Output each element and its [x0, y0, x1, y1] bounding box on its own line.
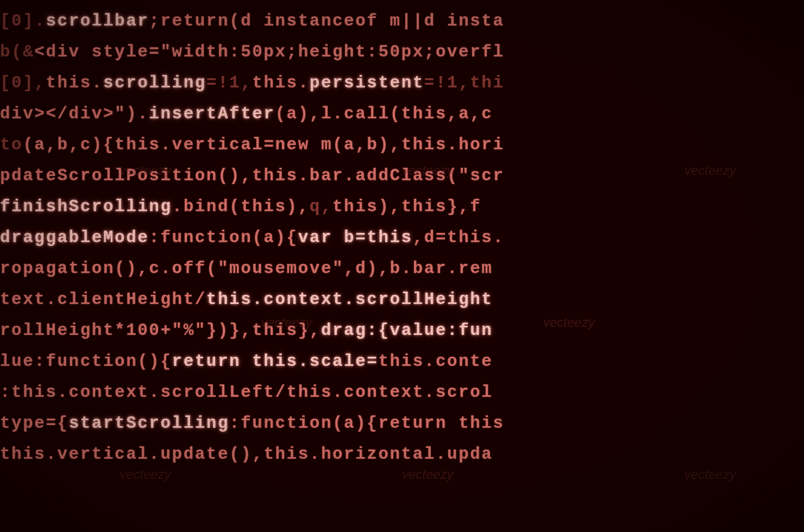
code-line: [0],this.scrolling=!1,this.persistent=!1…	[0, 67, 804, 98]
code-line: pdateScrollPosition(),this.bar.addClass(…	[0, 160, 804, 191]
code-line: :this.context.scrollLeft/this.context.sc…	[0, 377, 804, 408]
code-line: rollHeight*100+"%"})},this},drag:{value:…	[0, 315, 804, 346]
code-segment: text.clientHeight/	[0, 290, 206, 309]
code-segment: (a),l.call(this,a,c	[275, 104, 493, 123]
code-segment: this.vertical.update(),	[0, 445, 263, 464]
code-segment: ,d=this.	[413, 228, 505, 247]
code-segment: insertAfter	[149, 104, 275, 123]
code-segment: :this.context.scrollLeft/this.context.sc…	[0, 383, 493, 402]
code-segment: pdateScrollPosition(),	[0, 166, 252, 185]
code-segment: this.	[252, 73, 310, 92]
code-segment: this},	[252, 321, 321, 340]
code-segment: ropagation(),c.off("mousemove",d),b.bar.…	[0, 259, 493, 278]
code-segment: this.	[46, 73, 103, 92]
code-segment: :function(a){	[149, 228, 298, 247]
code-line: ropagation(),c.off("mousemove",d),b.bar.…	[0, 253, 804, 284]
code-segment: return this.scale=	[172, 352, 379, 371]
code-segment: to	[0, 135, 23, 154]
code-segment: rollHeight*100+"%"})},	[0, 321, 252, 340]
code-line: div></div>").insertAfter(a),l.call(this,…	[0, 98, 804, 129]
code-segment: scrolling	[103, 73, 206, 92]
code-segment: type={	[0, 414, 69, 433]
code-segment: div></div>").	[0, 104, 149, 123]
code-segment: q,	[310, 197, 332, 216]
code-segment: =!1,	[206, 73, 252, 92]
code-segment: {this.vertical=new m(a,b),	[103, 135, 401, 154]
code-segment: ;return(d instanceof m||d insta	[149, 11, 504, 30]
code-segment: =!1,thi	[424, 73, 505, 92]
code-segment: scrollbar	[46, 11, 149, 30]
code-segment: <div style="width:50px;height:50px;overf…	[34, 42, 504, 61]
code-line: this.vertical.update(),this.horizontal.u…	[0, 439, 804, 470]
code-line: type={startScrolling:function(a){return …	[0, 408, 804, 439]
code-segment: this.bar.addClass("scr	[252, 166, 504, 185]
code-line: text.clientHeight/this.context.scrollHei…	[0, 284, 804, 315]
code-line: [0].scrollbar;return(d instanceof m||d i…	[0, 5, 804, 36]
code-segment: startScrolling	[69, 414, 229, 433]
code-segment: (a,b,c)	[23, 135, 103, 154]
code-segment: lue:function(){	[0, 352, 172, 371]
code-segment: var b=this	[298, 228, 413, 247]
code-segment: drag:{value:fun	[321, 321, 493, 340]
code-line: to(a,b,c){this.vertical=new m(a,b),this.…	[0, 129, 804, 160]
code-segment: this.horizontal.upda	[263, 445, 493, 464]
code-segment: [0].	[0, 11, 46, 30]
code-segment: .bind(this),	[172, 197, 310, 216]
code-segment: this.conte	[378, 352, 493, 371]
code-line: lue:function(){return this.scale=this.co…	[0, 346, 804, 377]
code-segment: this),this},f	[332, 197, 481, 216]
code-segment: draggableMode	[0, 228, 149, 247]
code-segment: this.hori	[401, 135, 505, 154]
code-segment: persistent	[310, 73, 424, 92]
code-segment: b(&	[0, 42, 34, 61]
code-screen: [0].scrollbar;return(d instanceof m||d i…	[0, 0, 804, 532]
code-segment: this.context.scrollHeight	[206, 290, 493, 309]
code-segment: [0],	[0, 73, 46, 92]
code-line: b(&<div style="width:50px;height:50px;ov…	[0, 36, 804, 67]
code-line: finishScrolling.bind(this),q,this),this}…	[0, 191, 804, 222]
code-segment: finishScrolling	[0, 197, 172, 216]
code-segment: :function(a){return this	[229, 414, 504, 433]
code-line: draggableMode:function(a){var b=this,d=t…	[0, 222, 804, 253]
